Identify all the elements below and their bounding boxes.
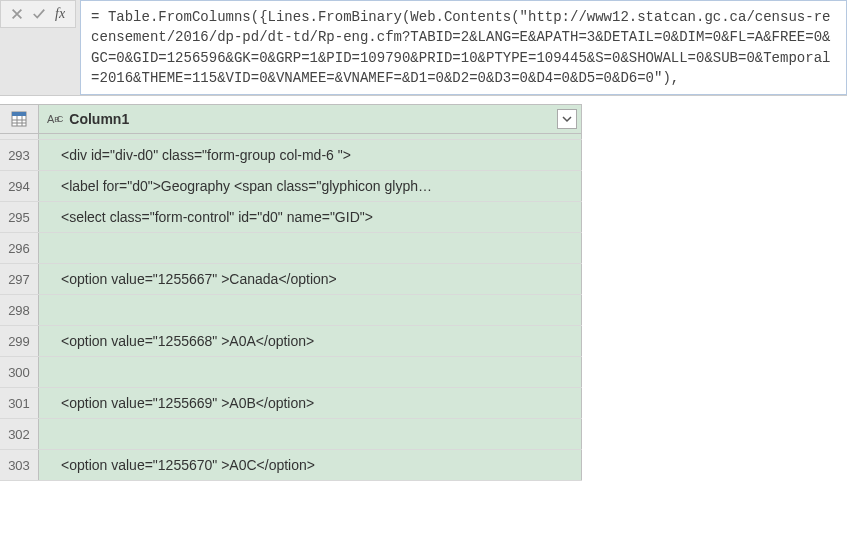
row-number[interactable]: 300 <box>0 357 39 387</box>
row-number[interactable]: 298 <box>0 295 39 325</box>
grid-header: ABC Column1 <box>0 104 582 134</box>
row-number[interactable]: 294 <box>0 171 39 201</box>
table-row: 301 <option value="1255669" >A0B</option… <box>0 388 582 419</box>
select-all-corner[interactable] <box>0 105 39 133</box>
table-row: 303 <option value="1255670" >A0C</option… <box>0 450 582 481</box>
table-row: 293 <div id="div-d0" class="form-group c… <box>0 140 582 171</box>
cancel-formula-button[interactable] <box>7 4 27 24</box>
chevron-down-icon <box>562 114 572 124</box>
table-row: 296 <box>0 233 582 264</box>
x-icon <box>10 7 24 21</box>
cell[interactable]: <option value="1255670" >A0C</option> <box>39 450 582 480</box>
cell[interactable] <box>39 134 582 139</box>
column-header[interactable]: ABC Column1 <box>39 105 582 133</box>
cell[interactable]: <select class="form-control" id="d0" nam… <box>39 202 582 232</box>
grid-body: 293 <div id="div-d0" class="form-group c… <box>0 134 582 481</box>
check-icon <box>32 7 46 21</box>
row-number[interactable]: 301 <box>0 388 39 418</box>
cell[interactable] <box>39 419 582 449</box>
formula-bar: fx = Table.FromColumns({Lines.FromBinary… <box>0 0 847 96</box>
cell[interactable]: <div id="div-d0" class="form-group col-m… <box>39 140 582 170</box>
svg-rect-1 <box>12 112 26 116</box>
cell[interactable] <box>39 233 582 263</box>
cell[interactable] <box>39 295 582 325</box>
row-number[interactable]: 302 <box>0 419 39 449</box>
accept-formula-button[interactable] <box>29 4 49 24</box>
cell[interactable] <box>39 357 582 387</box>
table-icon <box>11 111 27 127</box>
row-number[interactable]: 299 <box>0 326 39 356</box>
table-row: 295 <select class="form-control" id="d0"… <box>0 202 582 233</box>
column-name: Column1 <box>69 111 129 127</box>
column-filter-button[interactable] <box>557 109 577 129</box>
cell[interactable]: <option value="1255667" >Canada</option> <box>39 264 582 294</box>
table-row: 302 <box>0 419 582 450</box>
row-number[interactable]: 293 <box>0 140 39 170</box>
row-number[interactable] <box>0 134 39 139</box>
table-row: 298 <box>0 295 582 326</box>
cell[interactable]: <label for="d0">Geography <span class="g… <box>39 171 582 201</box>
cell[interactable]: <option value="1255669" >A0B</option> <box>39 388 582 418</box>
row-number[interactable]: 296 <box>0 233 39 263</box>
table-row: 299 <option value="1255668" >A0A</option… <box>0 326 582 357</box>
row-number[interactable]: 297 <box>0 264 39 294</box>
data-grid: ABC Column1 293 <div id="div-d0" class="… <box>0 104 582 481</box>
table-row: 300 <box>0 357 582 388</box>
row-number[interactable]: 295 <box>0 202 39 232</box>
table-row: 294 <label for="d0">Geography <span clas… <box>0 171 582 202</box>
formula-controls: fx <box>0 0 76 28</box>
formula-input[interactable]: = Table.FromColumns({Lines.FromBinary(We… <box>80 0 847 95</box>
column-type-icon[interactable]: ABC <box>47 113 63 125</box>
row-number[interactable]: 303 <box>0 450 39 480</box>
table-row: 297 <option value="1255667" >Canada</opt… <box>0 264 582 295</box>
fx-label: fx <box>51 6 69 22</box>
cell[interactable]: <option value="1255668" >A0A</option> <box>39 326 582 356</box>
